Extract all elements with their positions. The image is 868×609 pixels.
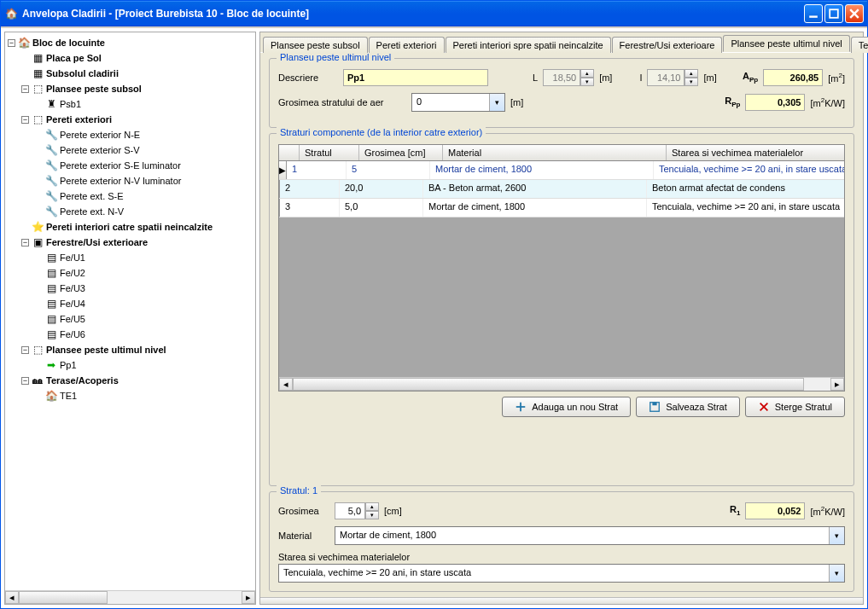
tree-item-terase[interactable]: Terase/Acoperis (46, 373, 119, 388)
tree-item[interactable]: Fe/U3 (60, 281, 85, 296)
tab-plansee-subsol[interactable]: Plansee peste subsol (263, 37, 368, 53)
cell-starea[interactable]: Tencuiala, vechime >= 20 ani, in stare u… (654, 161, 844, 179)
scroll-left-icon[interactable]: ◂ (279, 378, 293, 391)
titlebar-text: Anvelopa Cladirii - [Proiect Burebista 1… (22, 8, 804, 20)
delete-layer-button[interactable]: Sterge Stratul (745, 397, 845, 417)
grid-hscroll[interactable]: ◂ ▸ (279, 377, 844, 391)
col-header[interactable]: Starea si vechimea materialelor (667, 145, 863, 160)
add-layer-button[interactable]: Adauga un nou Strat (502, 397, 631, 417)
tab-pereti-interiori[interactable]: Pereti interiori spre spatii neincalzite (446, 37, 611, 53)
close-button[interactable] (845, 4, 864, 23)
tree-item[interactable]: Perete exterior S-E luminator (60, 158, 181, 173)
maximize-button[interactable] (824, 4, 843, 23)
tree-item[interactable]: Psb1 (60, 96, 81, 112)
floor-icon: ⬚ (32, 83, 44, 95)
spin-down[interactable]: ▾ (365, 511, 379, 519)
unit-m: [m] (599, 72, 612, 83)
arrow-icon: ➡ (45, 359, 57, 371)
wall-item-icon: 🔧 (45, 190, 57, 202)
tree-item-pereti-int[interactable]: Pereti interiori catre spatii neincalzit… (46, 219, 213, 235)
label-R: RPp (725, 96, 740, 108)
tree-item[interactable]: Fe/U1 (60, 250, 85, 265)
tree-item[interactable]: Pp1 (60, 357, 77, 373)
tree-pane: −🏠Bloc de locuinte ▦Placa pe Sol ▦Subsol… (4, 32, 256, 605)
cell-stratul[interactable]: 2 (280, 180, 340, 198)
spin-down[interactable]: ▾ (580, 78, 594, 86)
label-A: APp (743, 71, 758, 84)
row-header[interactable]: ▶ (279, 161, 287, 179)
cell-stratul[interactable]: 3 (280, 199, 340, 217)
input-descriere[interactable] (343, 69, 488, 86)
tree-item[interactable]: Fe/U4 (60, 296, 85, 311)
tree-item[interactable]: TE1 (60, 388, 77, 403)
group-straturi: Straturi componente (de la interior catr… (269, 133, 854, 486)
svg-rect-1 (830, 9, 838, 18)
col-header[interactable]: Stratul (300, 145, 359, 160)
cell-grosimea[interactable]: 5 (347, 161, 430, 179)
spin-down[interactable]: ▾ (684, 78, 698, 86)
main-pane: Plansee peste subsol Pereti exteriori Pe… (259, 32, 864, 605)
spin-up[interactable]: ▴ (580, 69, 594, 78)
tree-toggle[interactable]: − (21, 346, 29, 354)
cell-starea[interactable]: Tencuiala, vechime >= 20 ani, in stare u… (647, 199, 844, 217)
chevron-down-icon: ▾ (829, 527, 844, 544)
tree-item[interactable]: Fe/U2 (60, 265, 85, 281)
tree-toggle[interactable]: − (21, 377, 29, 385)
cell-starea[interactable]: Beton armat afectat de condens (647, 180, 844, 198)
tree-item-plansee-subsol[interactable]: Plansee peste subsol (46, 81, 142, 96)
group-stratul: Stratul: 1 Grosimea ▴▾ [cm] R1 [m2K/W] M… (269, 491, 854, 592)
input-I[interactable] (647, 69, 684, 86)
combo-grosime-aer[interactable]: 0▾ (411, 93, 505, 112)
tree-item[interactable]: Perete exterior N-E (60, 127, 140, 142)
input-grosimea[interactable] (335, 502, 365, 519)
tab-pereti-exteriori[interactable]: Pereti exteriori (369, 37, 445, 53)
tree-item[interactable]: Perete exterior S-V (60, 142, 140, 158)
tab-terase[interactable]: Terase/Ac (851, 37, 868, 53)
col-header[interactable]: Material (443, 145, 667, 160)
tree-toggle[interactable]: − (21, 116, 29, 124)
window-item-icon: ▤ (45, 313, 57, 325)
cell-stratul[interactable]: 1 (287, 161, 347, 179)
wall-item-icon: 🔧 (45, 129, 57, 141)
scroll-right-icon[interactable]: ▸ (242, 591, 255, 604)
tree-item-placa[interactable]: Placa pe Sol (46, 50, 102, 66)
cell-material[interactable]: Mortar de ciment, 1800 (430, 161, 654, 179)
label-grosime-aer: Grosimea stratului de aer (278, 97, 406, 107)
label-grosimea: Grosimea (278, 506, 329, 516)
tree-toggle[interactable]: − (21, 85, 29, 93)
combo-starea[interactable]: Tencuiala, vechime >= 20 ani, in stare u… (278, 564, 845, 583)
tab-ferestre[interactable]: Ferestre/Usi exterioare (612, 37, 723, 53)
tabstrip: Plansee peste subsol Pereti exteriori Pe… (260, 32, 863, 53)
col-header[interactable]: Grosimea [cm] (359, 145, 443, 160)
combo-material[interactable]: Mortar de ciment, 1800▾ (335, 526, 845, 545)
tree-toggle[interactable]: − (8, 39, 15, 47)
tree-item-ferestre[interactable]: Ferestre/Usi exterioare (46, 235, 148, 250)
tree-item[interactable]: Perete exterior N-V luminator (60, 173, 181, 188)
cell-grosimea[interactable]: 20,0 (340, 180, 423, 198)
spin-up[interactable]: ▴ (684, 69, 698, 78)
tree-toggle[interactable]: − (21, 239, 29, 246)
cell-material[interactable]: Mortar de ciment, 1800 (423, 199, 647, 217)
scroll-left-icon[interactable]: ◂ (5, 591, 19, 604)
tree-item-pereti-ext[interactable]: Pereti exteriori (46, 112, 112, 127)
save-layer-button[interactable]: Salveaza Strat (636, 397, 740, 417)
cell-grosimea[interactable]: 5,0 (340, 199, 423, 217)
input-L[interactable] (543, 69, 580, 86)
tree-item[interactable]: Perete ext. S-E (60, 188, 124, 204)
group-title: Planseu peste ultimul nivel (277, 53, 394, 62)
group-title: Straturi componente (de la interior catr… (277, 127, 486, 137)
tree-root[interactable]: Bloc de locuinte (32, 35, 105, 50)
tree-item-subsol[interactable]: Subsolul cladirii (46, 66, 119, 81)
tree-item[interactable]: Perete ext. N-V (60, 204, 124, 219)
tree-item-plansee-ultim[interactable]: Plansee peste ultimul nivel (46, 342, 166, 357)
scroll-right-icon[interactable]: ▸ (830, 378, 844, 391)
tree-hscroll[interactable]: ◂ ▸ (5, 590, 255, 604)
minimize-button[interactable] (804, 4, 823, 23)
unit-m2kw: [m2K/W] (810, 505, 845, 517)
grid-straturi[interactable]: Stratul Grosimea [cm] Material Starea si… (278, 144, 845, 392)
tab-plansee-ultim[interactable]: Plansee peste ultimul nivel (723, 35, 849, 52)
tree-item[interactable]: Fe/U5 (60, 311, 85, 327)
spin-up[interactable]: ▴ (365, 502, 379, 511)
tree-item[interactable]: Fe/U6 (60, 327, 85, 342)
cell-material[interactable]: BA - Beton armat, 2600 (423, 180, 647, 198)
